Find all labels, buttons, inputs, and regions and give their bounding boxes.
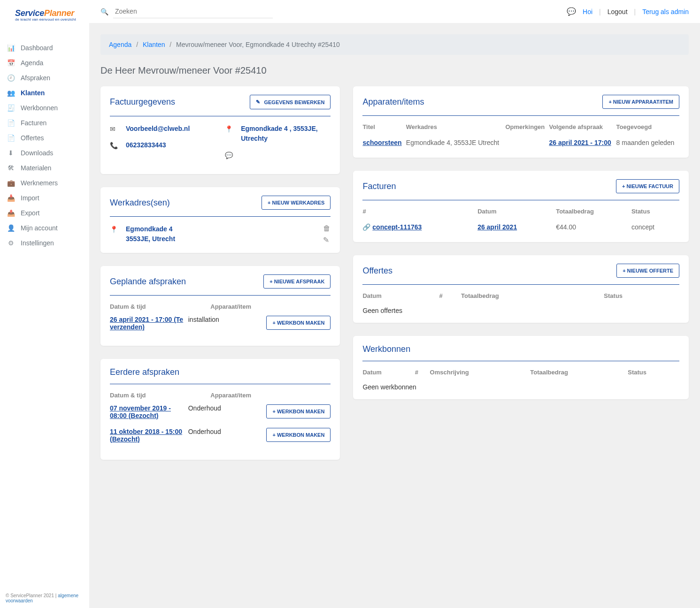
logout-link[interactable]: Logout (608, 8, 628, 15)
breadcrumb-agenda[interactable]: Agenda (109, 41, 131, 48)
invoice-row: 🔗 concept-111763 26 april 2021 €44.00 co… (362, 220, 679, 234)
nav-label: Instellingen (21, 239, 54, 247)
map-pin-icon: 📍 (110, 226, 117, 244)
phone-icon: 📞 (110, 142, 117, 149)
envelope-icon: ✉ (110, 125, 117, 133)
breadcrumb-klanten[interactable]: Klanten (143, 41, 165, 48)
topbar: 🔍 💬 Hoi | Logout | Terug als admin (89, 0, 700, 23)
greeting-link[interactable]: Hoi (583, 8, 592, 15)
invoice-link[interactable]: concept-111763 (372, 223, 422, 231)
nav-label: Werknemers (21, 179, 58, 187)
sidebar-footer: © ServicePlanner 2021 | algemene voorwaa… (0, 588, 89, 608)
th-device: Apparaat/item (210, 303, 323, 316)
add-device-button[interactable]: + NIEUW APPARAAT/ITEM (602, 95, 679, 109)
add-appointment-button[interactable]: + NIEUWE AFSPRAAK (263, 274, 331, 289)
file-icon: 📄 (7, 134, 15, 142)
nav-werknemers[interactable]: 💼Werknemers (0, 175, 89, 190)
planned-row: 26 april 2021 - 17:00 (Te verzenden) ins… (110, 316, 331, 331)
edit-data-button[interactable]: ✎ GEGEVENS BEWERKEN (250, 95, 331, 109)
invoice-total: €44.00 (556, 223, 576, 231)
email-value[interactable]: Voorbeeld@clweb.nl (126, 124, 190, 134)
th-status: Status (628, 369, 679, 381)
edit-address-icon[interactable]: ✎ (323, 236, 331, 244)
copyright: © ServicePlanner 2021 | (6, 593, 58, 598)
device-value: Onderhoud (188, 428, 262, 435)
card-planned-appointments: Geplande afspraken + NIEUWE AFSPRAAK Dat… (100, 266, 340, 346)
add-quote-button[interactable]: + NIEUWE OFFERTE (616, 264, 679, 278)
appointment-link[interactable]: 26 april 2021 - 17:00 (Te verzenden) (110, 316, 184, 331)
briefcase-icon: 💼 (7, 179, 15, 187)
breadcrumb-current: Mevrouw/meneer Voor, Egmondkade 4 Utrech… (176, 41, 340, 48)
th-num: # (415, 369, 430, 381)
card-title: Apparaten/items (362, 97, 424, 107)
edit-icon: ✎ (256, 99, 260, 105)
past-appointment-link[interactable]: 07 november 2019 - 08:00 (Bezocht) (110, 404, 184, 419)
make-workorder-button[interactable]: + WERKBON MAKEN (266, 316, 331, 330)
th-next: Volgende afspraak (549, 123, 616, 136)
sidebar: ServicePlanner de kracht van eenvoud en … (0, 0, 89, 608)
address-value[interactable]: Egmondkade 4 , 3553JE, Utrechty (241, 124, 331, 144)
th-title: Titel (362, 123, 406, 136)
nav-account[interactable]: 👤Mijn account (0, 220, 89, 236)
device-title-link[interactable]: schoorsteen (362, 139, 401, 146)
nav-import[interactable]: 📥Import (0, 190, 89, 205)
th-num: # (439, 292, 461, 305)
th-datetime: Datum & tijd (110, 303, 210, 316)
nav-dashboard[interactable]: 📊Dashboard (0, 40, 89, 55)
add-work-address-button[interactable]: + NIEUW WERKADRES (262, 196, 331, 210)
th-total: Totaalbedrag (461, 292, 604, 305)
nav-label: Export (21, 209, 39, 217)
separator: | (634, 8, 636, 15)
card-workorders: Werkbonnen Datum # Omschrijving Totaalbe… (353, 336, 689, 399)
logo[interactable]: ServicePlanner de kracht van eenvoud en … (0, 0, 89, 26)
make-workorder-button[interactable]: + WERKBON MAKEN (266, 428, 331, 442)
nav-downloads[interactable]: ⬇Downloads (0, 145, 89, 160)
users-icon: 👥 (7, 89, 15, 97)
nav-label: Offertes (21, 134, 44, 142)
nav-label: Dashboard (21, 44, 53, 52)
comment-icon[interactable]: 💬 (225, 152, 232, 159)
card-quotes: Offertes + NIEUWE OFFERTE Datum # Totaal… (353, 255, 689, 323)
map-pin-icon: 📍 (225, 125, 232, 133)
card-title: Offertes (362, 266, 392, 276)
th-date: Datum (362, 369, 415, 381)
nav-klanten[interactable]: 👥Klanten (0, 85, 89, 100)
back-as-admin-link[interactable]: Terug als admin (642, 8, 689, 15)
card-past-appointments: Eerdere afspraken Datum & tijd Apparaat/… (100, 359, 340, 460)
calendar-icon: 📅 (7, 59, 15, 67)
nav-export[interactable]: 📤Export (0, 205, 89, 220)
device-next-link[interactable]: 26 april 2021 - 17:00 (549, 139, 611, 146)
make-workorder-button[interactable]: + WERKBON MAKEN (266, 404, 331, 418)
nav-offertes[interactable]: 📄Offertes (0, 130, 89, 145)
search-icon[interactable]: 🔍 (100, 8, 108, 15)
search-input[interactable] (113, 5, 273, 18)
nav-label: Afspraken (21, 74, 50, 82)
nav-facturen[interactable]: 📄Facturen (0, 115, 89, 130)
th-date: Datum (362, 292, 439, 305)
card-title: Facturen (362, 182, 396, 191)
nav-materialen[interactable]: 🛠Materialen (0, 160, 89, 175)
main-nav: 📊Dashboard 📅Agenda 🕘Afspraken 👥Klanten 🧾… (0, 40, 89, 588)
gear-icon: ⚙ (7, 239, 15, 247)
past-row: 11 oktober 2018 - 15:00 (Bezocht) Onderh… (110, 428, 331, 443)
chat-icon[interactable]: 💬 (567, 7, 576, 16)
card-invoice-data: Factuurgegevens ✎ GEGEVENS BEWERKEN ✉ Vo… (100, 86, 340, 174)
phone-value[interactable]: 06232833443 (126, 140, 166, 150)
card-title: Eerdere afspraken (110, 367, 179, 377)
logo-part2: Planner (44, 8, 74, 18)
nav-label: Klanten (21, 89, 45, 97)
nav-werkbonnen[interactable]: 🧾Werkbonnen (0, 100, 89, 115)
nav-afspraken[interactable]: 🕘Afspraken (0, 70, 89, 85)
card-work-addresses: Werkadres(sen) + NIEUW WERKADRES 📍 Egmon… (100, 187, 340, 253)
add-invoice-button[interactable]: + NIEUWE FACTUUR (616, 179, 679, 193)
th-notes: Opmerkingen (505, 123, 549, 136)
page-title: De Heer Mevrouw/meneer Voor #25410 (100, 65, 689, 76)
separator: | (599, 8, 601, 15)
work-address-link[interactable]: Egmondkade 4 3553JE, Utrecht (126, 224, 175, 244)
nav-settings[interactable]: ⚙Instellingen (0, 236, 89, 251)
workorders-empty: Geen werkbonnen (362, 381, 679, 391)
nav-agenda[interactable]: 📅Agenda (0, 55, 89, 70)
delete-address-icon[interactable]: 🗑 (323, 224, 331, 233)
invoice-date-link[interactable]: 26 april 2021 (477, 223, 517, 231)
past-appointment-link[interactable]: 11 oktober 2018 - 15:00 (Bezocht) (110, 428, 184, 443)
